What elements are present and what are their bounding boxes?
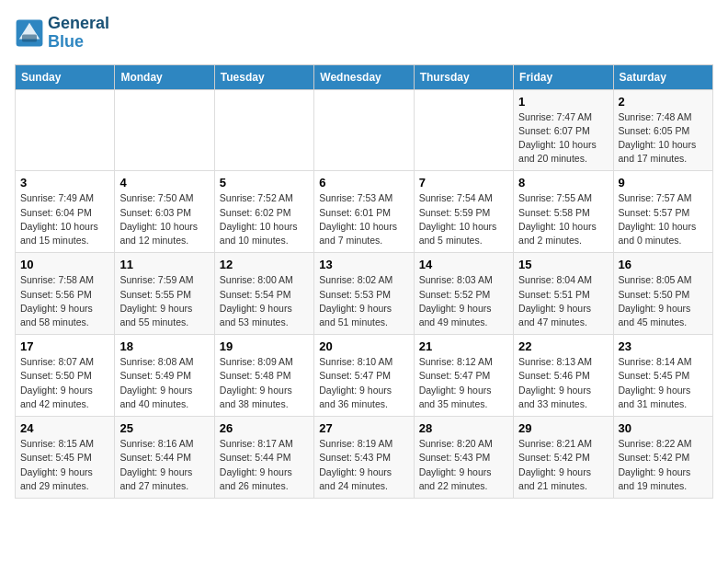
day-info: Sunrise: 8:00 AMSunset: 5:54 PMDaylight:… bbox=[220, 273, 309, 329]
calendar-cell: 28Sunrise: 8:20 AMSunset: 5:43 PMDayligh… bbox=[414, 417, 513, 499]
calendar-cell: 23Sunrise: 8:14 AMSunset: 5:45 PMDayligh… bbox=[613, 335, 712, 417]
day-number: 15 bbox=[518, 258, 608, 271]
calendar-cell bbox=[115, 89, 214, 171]
day-info: Sunrise: 8:21 AMSunset: 5:42 PMDaylight:… bbox=[518, 437, 608, 493]
calendar-cell: 9Sunrise: 7:57 AMSunset: 5:57 PMDaylight… bbox=[613, 171, 712, 253]
day-number: 6 bbox=[319, 176, 408, 190]
calendar-week-4: 17Sunrise: 8:07 AMSunset: 5:50 PMDayligh… bbox=[16, 335, 713, 417]
day-info: Sunrise: 8:12 AMSunset: 5:47 PMDaylight:… bbox=[419, 355, 508, 411]
day-info: Sunrise: 7:55 AMSunset: 5:58 PMDaylight:… bbox=[518, 191, 608, 247]
calendar-cell: 21Sunrise: 8:12 AMSunset: 5:47 PMDayligh… bbox=[414, 335, 513, 417]
day-number: 29 bbox=[518, 421, 608, 435]
calendar-cell bbox=[214, 89, 313, 171]
day-number: 25 bbox=[119, 421, 209, 435]
day-number: 9 bbox=[619, 176, 708, 190]
day-info: Sunrise: 8:05 AMSunset: 5:50 PMDaylight:… bbox=[619, 273, 708, 329]
calendar-cell: 8Sunrise: 7:55 AMSunset: 5:58 PMDaylight… bbox=[514, 171, 613, 253]
calendar-cell: 17Sunrise: 8:07 AMSunset: 5:50 PMDayligh… bbox=[16, 335, 115, 417]
calendar-week-1: 1Sunrise: 7:47 AMSunset: 6:07 PMDaylight… bbox=[16, 89, 713, 171]
calendar-cell: 20Sunrise: 8:10 AMSunset: 5:47 PMDayligh… bbox=[314, 335, 414, 417]
calendar-cell: 4Sunrise: 7:50 AMSunset: 6:03 PMDaylight… bbox=[115, 171, 214, 253]
day-info: Sunrise: 8:04 AMSunset: 5:51 PMDaylight:… bbox=[518, 273, 608, 329]
day-number: 11 bbox=[119, 258, 209, 271]
calendar-table: SundayMondayTuesdayWednesdayThursdayFrid… bbox=[15, 64, 713, 499]
day-info: Sunrise: 7:58 AMSunset: 5:56 PMDaylight:… bbox=[20, 273, 109, 329]
day-info: Sunrise: 8:16 AMSunset: 5:44 PMDaylight:… bbox=[119, 437, 209, 493]
weekday-header-friday: Friday bbox=[514, 64, 613, 89]
day-info: Sunrise: 8:13 AMSunset: 5:46 PMDaylight:… bbox=[518, 355, 608, 411]
day-info: Sunrise: 8:03 AMSunset: 5:52 PMDaylight:… bbox=[419, 273, 508, 329]
day-number: 3 bbox=[20, 176, 109, 190]
day-info: Sunrise: 8:22 AMSunset: 5:42 PMDaylight:… bbox=[619, 437, 708, 493]
weekday-header-tuesday: Tuesday bbox=[214, 64, 313, 89]
calendar-cell: 7Sunrise: 7:54 AMSunset: 5:59 PMDaylight… bbox=[414, 171, 513, 253]
calendar-cell: 16Sunrise: 8:05 AMSunset: 5:50 PMDayligh… bbox=[613, 253, 712, 335]
day-info: Sunrise: 8:20 AMSunset: 5:43 PMDaylight:… bbox=[419, 437, 508, 493]
day-number: 7 bbox=[419, 176, 508, 190]
day-number: 16 bbox=[619, 258, 708, 271]
day-info: Sunrise: 8:17 AMSunset: 5:44 PMDaylight:… bbox=[220, 437, 309, 493]
day-info: Sunrise: 8:08 AMSunset: 5:49 PMDaylight:… bbox=[119, 355, 209, 411]
calendar-cell: 29Sunrise: 8:21 AMSunset: 5:42 PMDayligh… bbox=[514, 417, 613, 499]
logo: General Blue bbox=[15, 15, 109, 52]
weekday-header-saturday: Saturday bbox=[613, 64, 712, 89]
weekday-header-wednesday: Wednesday bbox=[314, 64, 414, 89]
logo-text: General Blue bbox=[48, 15, 109, 52]
calendar-cell: 24Sunrise: 8:15 AMSunset: 5:45 PMDayligh… bbox=[16, 417, 115, 499]
day-number: 19 bbox=[220, 339, 309, 353]
calendar-cell: 15Sunrise: 8:04 AMSunset: 5:51 PMDayligh… bbox=[514, 253, 613, 335]
day-info: Sunrise: 7:52 AMSunset: 6:02 PMDaylight:… bbox=[220, 191, 309, 247]
weekday-header-sunday: Sunday bbox=[16, 64, 115, 89]
day-number: 17 bbox=[20, 339, 109, 353]
day-number: 14 bbox=[419, 258, 508, 271]
day-info: Sunrise: 7:53 AMSunset: 6:01 PMDaylight:… bbox=[319, 191, 408, 247]
day-info: Sunrise: 7:49 AMSunset: 6:04 PMDaylight:… bbox=[20, 191, 109, 247]
calendar-cell: 26Sunrise: 8:17 AMSunset: 5:44 PMDayligh… bbox=[214, 417, 313, 499]
calendar-cell: 1Sunrise: 7:47 AMSunset: 6:07 PMDaylight… bbox=[514, 89, 613, 171]
calendar-cell: 12Sunrise: 8:00 AMSunset: 5:54 PMDayligh… bbox=[214, 253, 313, 335]
day-number: 12 bbox=[220, 258, 309, 271]
day-info: Sunrise: 8:15 AMSunset: 5:45 PMDaylight:… bbox=[20, 437, 109, 493]
day-number: 5 bbox=[220, 176, 309, 190]
day-info: Sunrise: 8:09 AMSunset: 5:48 PMDaylight:… bbox=[220, 355, 309, 411]
calendar-cell: 10Sunrise: 7:58 AMSunset: 5:56 PMDayligh… bbox=[16, 253, 115, 335]
weekday-header-thursday: Thursday bbox=[414, 64, 513, 89]
day-number: 23 bbox=[619, 339, 708, 353]
calendar-week-5: 24Sunrise: 8:15 AMSunset: 5:45 PMDayligh… bbox=[16, 417, 713, 499]
day-number: 2 bbox=[619, 95, 708, 109]
calendar-cell: 18Sunrise: 8:08 AMSunset: 5:49 PMDayligh… bbox=[115, 335, 214, 417]
day-number: 27 bbox=[319, 421, 408, 435]
calendar-cell: 22Sunrise: 8:13 AMSunset: 5:46 PMDayligh… bbox=[514, 335, 613, 417]
calendar-cell: 5Sunrise: 7:52 AMSunset: 6:02 PMDaylight… bbox=[214, 171, 313, 253]
day-number: 20 bbox=[319, 339, 408, 353]
day-info: Sunrise: 8:19 AMSunset: 5:43 PMDaylight:… bbox=[319, 437, 408, 493]
day-info: Sunrise: 7:57 AMSunset: 5:57 PMDaylight:… bbox=[619, 191, 708, 247]
day-number: 28 bbox=[419, 421, 508, 435]
calendar-cell: 30Sunrise: 8:22 AMSunset: 5:42 PMDayligh… bbox=[613, 417, 712, 499]
calendar-cell: 6Sunrise: 7:53 AMSunset: 6:01 PMDaylight… bbox=[314, 171, 414, 253]
calendar-cell bbox=[314, 89, 414, 171]
day-info: Sunrise: 8:07 AMSunset: 5:50 PMDaylight:… bbox=[20, 355, 109, 411]
day-number: 26 bbox=[220, 421, 309, 435]
day-number: 13 bbox=[319, 258, 408, 271]
calendar-cell: 19Sunrise: 8:09 AMSunset: 5:48 PMDayligh… bbox=[214, 335, 313, 417]
day-number: 24 bbox=[20, 421, 109, 435]
day-info: Sunrise: 8:14 AMSunset: 5:45 PMDaylight:… bbox=[619, 355, 708, 411]
calendar-cell: 3Sunrise: 7:49 AMSunset: 6:04 PMDaylight… bbox=[16, 171, 115, 253]
day-number: 10 bbox=[20, 258, 109, 271]
day-number: 18 bbox=[119, 339, 209, 353]
day-number: 4 bbox=[119, 176, 209, 190]
calendar-cell: 14Sunrise: 8:03 AMSunset: 5:52 PMDayligh… bbox=[414, 253, 513, 335]
logo-icon bbox=[15, 18, 44, 48]
calendar-cell: 27Sunrise: 8:19 AMSunset: 5:43 PMDayligh… bbox=[314, 417, 414, 499]
day-number: 8 bbox=[518, 176, 608, 190]
calendar-cell: 11Sunrise: 7:59 AMSunset: 5:55 PMDayligh… bbox=[115, 253, 214, 335]
day-info: Sunrise: 7:59 AMSunset: 5:55 PMDaylight:… bbox=[119, 273, 209, 329]
calendar-cell bbox=[16, 89, 115, 171]
calendar-week-2: 3Sunrise: 7:49 AMSunset: 6:04 PMDaylight… bbox=[16, 171, 713, 253]
day-number: 1 bbox=[518, 95, 608, 109]
day-info: Sunrise: 7:48 AMSunset: 6:05 PMDaylight:… bbox=[619, 110, 708, 167]
day-number: 30 bbox=[619, 421, 708, 435]
day-info: Sunrise: 7:54 AMSunset: 5:59 PMDaylight:… bbox=[419, 191, 508, 247]
day-info: Sunrise: 8:02 AMSunset: 5:53 PMDaylight:… bbox=[319, 273, 408, 329]
